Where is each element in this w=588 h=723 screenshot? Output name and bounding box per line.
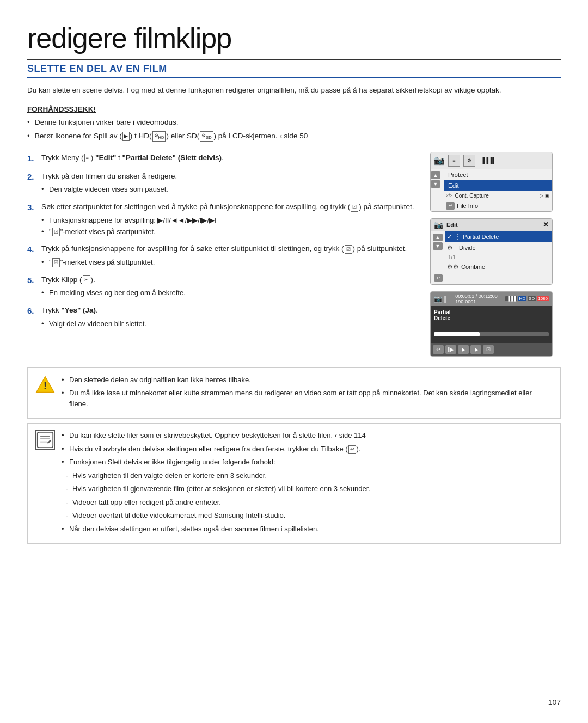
settings-icon: ⚙ [463,155,475,167]
battery-indicator: ▐▐▐▌ [481,157,496,163]
note-item-6: Videoer tatt opp eller redigert på andre… [62,497,553,508]
note-item-7: Videoer overført til dette videokameraet… [62,510,553,521]
steps-list: 1. Trykk Meny (≡) "Edit" t "Partial Dele… [27,152,419,330]
step-2: 2. Trykk på den filmen du ønsker å redig… [27,170,419,195]
step-6-sub-1: Valgt del av videoen blir slettet. [41,318,419,330]
step-number-5: 5. [27,274,39,299]
sdi-badge: SD [528,296,536,301]
screen1-icons: 📷 ≡ ⚙ ▐▐▐▌ [434,155,496,167]
edit-combine[interactable]: ⚙⚙ Combine [445,261,552,272]
screen2-menu: ✓ ⋮ Partial Delete ⚙ Divide 1/1 ⚙⚙ Combi… [445,231,552,272]
ctrl-pause-btn[interactable]: ‖▶ [445,345,456,354]
note-text: Du kan ikke slette filer som er skrivebe… [62,430,553,537]
main-content: 1. Trykk Meny (≡) "Edit" t "Partial Dele… [27,152,561,357]
note-item-1: Du kan ikke slette filer som er skrivebe… [62,430,553,441]
warning-box: ! Den slettede delen av originalfilen ka… [27,367,561,419]
warning-item-1: Den slettede delen av originalfilen kan … [62,375,553,385]
screen3-video-area: PartialDelete [431,306,552,343]
step-number-2: 2. [27,170,39,195]
camera-icon-2: 📷 [434,220,443,229]
camera-icon: 📷 [434,155,445,166]
step-3-sub-1: Funksjonsknappene for avspilling: ▶/II/◄… [41,215,419,226]
steps-column: 1. Trykk Meny (≡) "Edit" t "Partial Dele… [27,152,419,357]
step-5: 5. Trykk Klipp (✂). En melding vises og … [27,274,419,299]
warning-triangle-icon: ! [35,375,55,394]
screen1-menu: Protect Edit 2/2 Cont. Capture ▷ ▣ ↩ Fil… [444,169,552,211]
progress-bar [434,332,549,336]
ui-screen-1: 📷 ≡ ⚙ ▐▐▐▌ ▲ ▼ Protect Edit 2/2 Cont. Ca… [430,152,553,212]
ctrl-play-btn[interactable]: ▶ [458,345,469,354]
screen2-down-arrow[interactable]: ▼ [433,242,443,250]
step-4-sub-1: "☑"-merket vises på sluttpunktet. [41,257,419,268]
res-badge: 1080 [537,296,549,301]
down-arrow-btn[interactable]: ▼ [431,180,440,188]
menu-cont-capture[interactable]: Cont. Capture [455,193,538,199]
page-counter-badge: 2/2 [446,193,453,198]
ctrl-back-btn[interactable]: ↩ [433,345,444,354]
screen1-nav: ▲ ▼ [431,169,443,211]
step-3: 3. Søk etter startpunktet for slettingen… [27,201,419,237]
screen2-header: 📷 Edit ✕ [431,219,552,231]
step-content-3: Søk etter startpunktet for slettingen ve… [41,201,419,237]
page-number: 107 [548,698,561,707]
note-icon [35,430,55,450]
menu-protect[interactable]: Protect [444,169,552,180]
screen3-camera-icon: 📷 ‖ [434,295,447,303]
combine-label: Combine [461,264,485,270]
screen3-controls: ↩ ‖▶ ▶ I▶ ☑ [431,343,552,356]
step-6: 6. Trykk "Yes" (Ja). Valgt del av videoe… [27,304,419,329]
menu-edit[interactable]: Edit [444,180,552,191]
ctrl-next-btn[interactable]: I▶ [470,345,481,354]
divide-label: Divide [459,244,476,251]
partial-delete-icon: ✓ ⋮ [447,233,461,241]
partial-delete-screen-label: PartialDelete [434,309,549,321]
back-button[interactable]: ↩ [446,202,455,210]
page-title: redigere filmklipp [27,22,561,60]
precaution-item-1: Denne funksjonen virker bare i videomodu… [27,117,561,128]
ctrl-mark-btn[interactable]: ☑ [483,345,494,354]
screen2-nav: ▲ ▼ [431,231,445,272]
edit-divide[interactable]: ⚙ Divide [445,242,552,253]
hd-badge: ▐▐▐ [505,296,517,301]
ui-screen-3: 📷 ‖ 00:00:01 / 00:12:00190-0001 ▐▐▐ HD S… [430,291,553,357]
step-number-1: 1. [27,152,39,165]
close-button[interactable]: ✕ [543,220,549,229]
screen2-body: ▲ ▼ ✓ ⋮ Partial Delete ⚙ Divide 1/1 [431,231,552,272]
screen3-badges: ▐▐▐ HD SD 1080 [505,296,549,301]
divide-icon: ⚙ [447,244,457,252]
screen2-back-row: ↩ [431,272,552,284]
warning-text: Den slettede delen av originalfilen kan … [62,375,553,412]
menu-icon: ≡ [448,155,460,167]
up-arrow-btn[interactable]: ▲ [431,171,440,179]
screen2-header-left: 📷 Edit [434,220,458,229]
menu-cont-capture-row: 2/2 Cont. Capture ▷ ▣ [444,191,552,200]
step-2-sub-1: Den valgte videoen vises som pauset. [41,184,419,195]
step-content-5: Trykk Klipp (✂). En melding vises og ber… [41,274,419,299]
section-heading: SLETTE EN DEL AV EN FILM [27,63,561,78]
note-item-2: Hvis du vil avbryte den delvise sletting… [62,444,553,455]
progress-fill [434,332,480,336]
screen2-back-btn[interactable]: ↩ [434,274,443,282]
screen2-title: Edit [446,222,458,228]
step-content-2: Trykk på den filmen du ønsker å redigere… [41,170,419,195]
step-content-4: Trykk på funksjonsknappene for avspillin… [41,243,419,268]
resolution-badge-hd: HD [518,296,527,301]
warning-item-2: Du må ikke løse ut minnekortet eller kut… [62,388,553,409]
precaution-list: Denne funksjonen virker bare i videomodu… [27,117,561,142]
edit-partial-delete[interactable]: ✓ ⋮ Partial Delete [445,231,552,242]
step-content-6: Trykk "Yes" (Ja). Valgt del av videoen b… [41,304,419,329]
screen3-header: 📷 ‖ 00:00:01 / 00:12:00190-0001 ▐▐▐ HD S… [431,292,552,306]
combine-icon: ⚙⚙ [447,263,459,271]
warning-list: Den slettede delen av originalfilen kan … [62,375,553,409]
step-number-3: 3. [27,201,39,237]
screen3-timecode: 00:00:01 / 00:12:00190-0001 [455,293,498,304]
menu-file-info[interactable]: File Info [457,203,478,209]
screen2-up-arrow[interactable]: ▲ [433,234,443,241]
screen1-body: ▲ ▼ Protect Edit 2/2 Cont. Capture ▷ ▣ ↩… [431,169,552,211]
step-content-1: Trykk Meny (≡) "Edit" t "Partial Delete"… [41,152,419,165]
step-5-sub-1: En melding vises og ber deg om å bekreft… [41,287,419,299]
svg-text:!: ! [44,381,47,391]
playback-icons: ▷ ▣ [540,193,550,198]
svg-rect-2 [38,432,53,448]
partial-delete-label: Partial Delete [463,234,499,240]
